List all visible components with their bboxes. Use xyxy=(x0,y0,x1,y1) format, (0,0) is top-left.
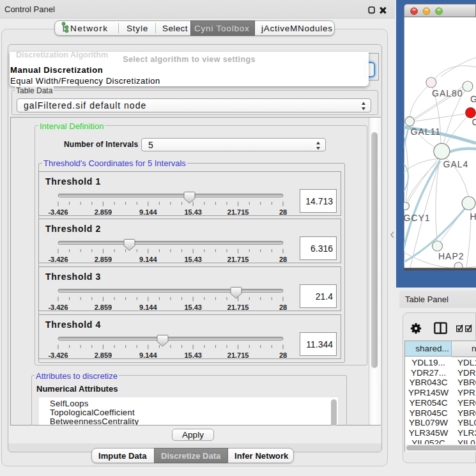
svg-text:GAL80: GAL80 xyxy=(432,88,463,98)
svg-text:21.715: 21.715 xyxy=(227,351,249,359)
svg-text:15.43: 15.43 xyxy=(184,208,202,216)
svg-text:HAP2: HAP2 xyxy=(438,251,464,261)
svg-text:2.859: 2.859 xyxy=(95,256,112,263)
svg-text:9.144: 9.144 xyxy=(139,351,157,359)
svg-text:9.144: 9.144 xyxy=(139,303,157,311)
svg-text:GAL11: GAL11 xyxy=(411,127,441,137)
svg-text:28: 28 xyxy=(279,208,287,216)
svg-text:2.859: 2.859 xyxy=(95,208,112,216)
svg-text:21.715: 21.715 xyxy=(227,208,249,216)
svg-text:GCY1: GCY1 xyxy=(404,213,431,223)
svg-text:2.859: 2.859 xyxy=(95,351,112,359)
svg-text:-3.426: -3.426 xyxy=(48,303,68,311)
svg-text:GAL4: GAL4 xyxy=(443,159,469,169)
svg-text:21.715: 21.715 xyxy=(227,303,249,311)
svg-text:GA: GA xyxy=(470,94,476,104)
svg-text:2.859: 2.859 xyxy=(95,303,112,311)
svg-text:15.43: 15.43 xyxy=(184,303,202,311)
svg-text:9.144: 9.144 xyxy=(139,208,157,216)
svg-text:-3.426: -3.426 xyxy=(48,256,68,263)
svg-text:C: C xyxy=(472,117,476,127)
svg-text:-3.426: -3.426 xyxy=(48,208,68,216)
svg-text:28: 28 xyxy=(279,256,287,263)
svg-text:9.144: 9.144 xyxy=(139,256,157,263)
svg-text:28: 28 xyxy=(279,351,287,359)
svg-text:28: 28 xyxy=(279,303,287,311)
svg-text:H: H xyxy=(470,211,476,222)
svg-text:15.43: 15.43 xyxy=(184,256,202,263)
svg-text:15.43: 15.43 xyxy=(184,351,202,359)
svg-text:-3.426: -3.426 xyxy=(48,351,68,359)
svg-text:21.715: 21.715 xyxy=(227,256,249,263)
